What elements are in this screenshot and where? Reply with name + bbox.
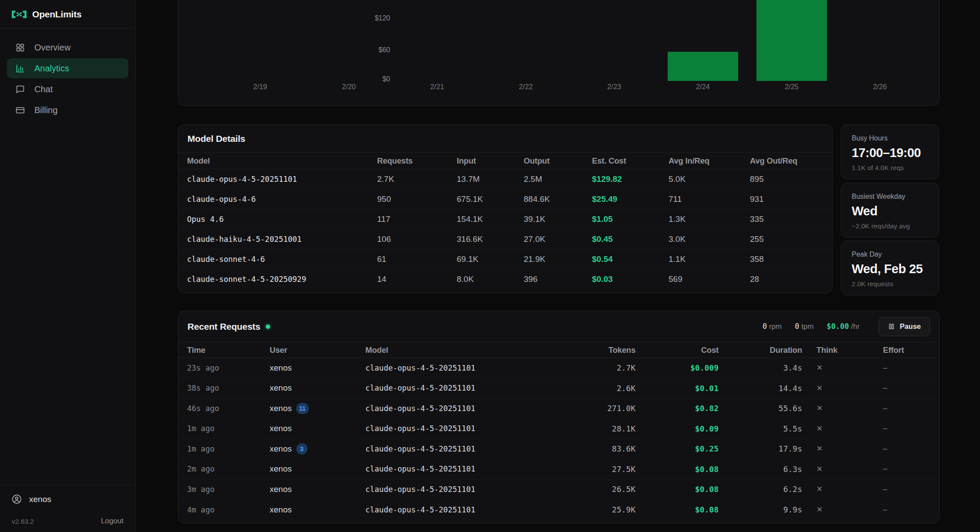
table-row: 1m ago xenos3 claude-opus-4-5-20251101 8… [178,439,939,459]
request-model: claude-opus-4-5-20251101 [365,404,539,413]
col-think: Think [802,345,869,355]
tpm-stat: 0 tpm [795,322,813,331]
recent-requests-card: Recent Requests 0 rpm 0 tpm $0.00 /hr Pa… [178,311,940,523]
card-value: Wed [852,204,928,218]
brand-name: OpenLimits [32,9,82,20]
card-label: Busy Hours [852,134,928,142]
card-subtext: ~2.0K reqs/day avg [852,222,928,230]
sidebar-item-overview[interactable]: Overview [7,37,128,57]
sidebar-item-billing[interactable]: Billing [7,100,128,120]
x-axis-tick: 2/19 [241,83,280,91]
request-model: claude-opus-4-5-20251101 [365,465,539,473]
chart-bar[interactable] [668,52,738,81]
col-avg-in: Avg In/Req [669,156,750,166]
cost-value: $0.03 [592,274,669,284]
table-row: Opus 4.6 117 154.1K 39.1K $1.05 1.3K 335 [178,209,832,229]
model-details-card: Model Details Model Requests Input Outpu… [178,124,833,293]
table-row: 3m ago xenos claude-opus-4-5-20251101 26… [178,479,939,500]
cost-value: $0.45 [592,234,669,244]
x-axis-tick: 2/20 [329,83,368,91]
request-count-badge: 3 [296,443,308,455]
rpm-stat: 0 rpm [763,322,782,331]
bar-chart-icon [16,64,25,73]
model-name: claude-sonnet-4-6 [187,255,377,264]
table-row: claude-haiku-4-5-20251001 106 316.6K 27.… [178,229,832,249]
think-disabled-icon: ✕ [802,404,869,413]
model-name: Opus 4.6 [187,215,377,224]
y-axis-tick: $60 [355,46,390,54]
y-axis-tick: $120 [355,14,390,22]
card-label: Peak Day [852,251,928,258]
dashboard-grid-icon [16,43,25,52]
pause-icon [888,323,895,330]
table-row: 2m ago xenos claude-opus-4-5-20251101 27… [178,459,939,480]
sidebar-item-label: Billing [34,105,57,115]
request-model: claude-opus-4-5-20251101 [365,485,539,494]
sidebar-item-label: Chat [34,84,53,94]
table-row: claude-opus-4-6 950 675.1K 884.6K $25.49… [178,189,832,209]
table-row: 23s ago xenos claude-opus-4-5-20251101 2… [178,358,939,378]
pause-button[interactable]: Pause [879,317,930,336]
sidebar-header: OpenLimits [0,0,135,29]
request-user: xenos [270,404,292,413]
x-axis-tick: 2/24 [683,83,722,91]
request-model: claude-opus-4-5-20251101 [365,424,539,433]
x-axis-tick: 2/26 [860,83,900,91]
logout-button[interactable]: Logout [101,517,124,525]
busiest-weekday-card: Busiest Weekday Wed ~2.0K reqs/day avg [841,183,939,238]
cost-value: $0.08 [635,505,719,514]
col-model: Model [365,345,539,355]
cost-value: $129.82 [592,174,669,184]
live-indicator-dot [266,325,270,329]
card-subtext: 1.1K of 4.0K reqs [852,164,928,172]
think-disabled-icon: ✕ [802,505,869,514]
col-tokens: Tokens [539,345,635,355]
request-user: xenos [270,464,292,474]
hourly-rate-stat: $0.00 /hr [827,322,860,331]
think-disabled-icon: ✕ [802,465,869,474]
request-model: claude-opus-4-5-20251101 [365,445,539,453]
user-menu[interactable]: xenos [12,494,51,504]
sidebar-item-chat[interactable]: Chat [7,79,128,99]
request-user: xenos [270,485,292,494]
model-details-title: Model Details [187,134,245,144]
y-axis-tick: $0 [355,75,390,83]
recent-table-header: Time User Model Tokens Cost Duration Thi… [178,342,939,358]
request-model: claude-opus-4-5-20251101 [365,505,539,514]
cost-value: $0.82 [635,404,719,413]
cost-value: $0.08 [635,485,719,494]
model-table-header: Model Requests Input Output Est. Cost Av… [178,153,832,169]
think-disabled-icon: ✕ [802,384,869,393]
request-model: claude-opus-4-5-20251101 [365,364,539,372]
think-disabled-icon: ✕ [802,363,869,372]
cost-value: $0.09 [635,424,719,433]
daily-cost-chart: $120 $60 $0 2/19 2/20 2/21 2/22 2/23 2/2… [178,0,940,106]
sidebar-divider [0,485,135,485]
chart-bar[interactable] [756,0,827,81]
think-disabled-icon: ✕ [802,424,869,433]
request-model: claude-opus-4-5-20251101 [365,384,539,392]
table-row: 1m ago xenos claude-opus-4-5-20251101 28… [178,419,939,439]
request-user: xenos [270,505,292,515]
table-row: 4m ago xenos claude-opus-4-5-20251101 25… [178,500,939,520]
col-model: Model [187,156,377,166]
request-user: xenos [270,444,292,454]
sidebar-item-analytics[interactable]: Analytics [7,58,128,78]
busy-hours-card: Busy Hours 17:00–19:00 1.1K of 4.0K reqs [841,124,939,179]
app-version: v2.63.2 [12,518,34,525]
table-row: claude-sonnet-4-5-20250929 14 8.0K 396 $… [178,269,832,289]
cost-value: $0.54 [592,254,669,264]
x-axis-tick: 2/21 [418,83,457,91]
think-disabled-icon: ✕ [802,444,869,453]
sidebar-nav: Overview Analytics Chat Billing [0,37,135,121]
request-count-badge: 11 [296,403,309,414]
think-disabled-icon: ✕ [802,485,869,494]
cost-value: $0.01 [635,384,719,393]
table-row: 46s ago xenos11 claude-opus-4-5-20251101… [178,398,939,419]
user-avatar-icon [12,494,22,504]
col-user: User [270,345,365,355]
cost-value: $1.05 [592,214,669,224]
card-label: Busiest Weekday [852,193,928,201]
sidebar-item-label: Analytics [34,64,69,74]
analytics-page: OpenLimits Overview Analytics Chat [0,0,980,532]
